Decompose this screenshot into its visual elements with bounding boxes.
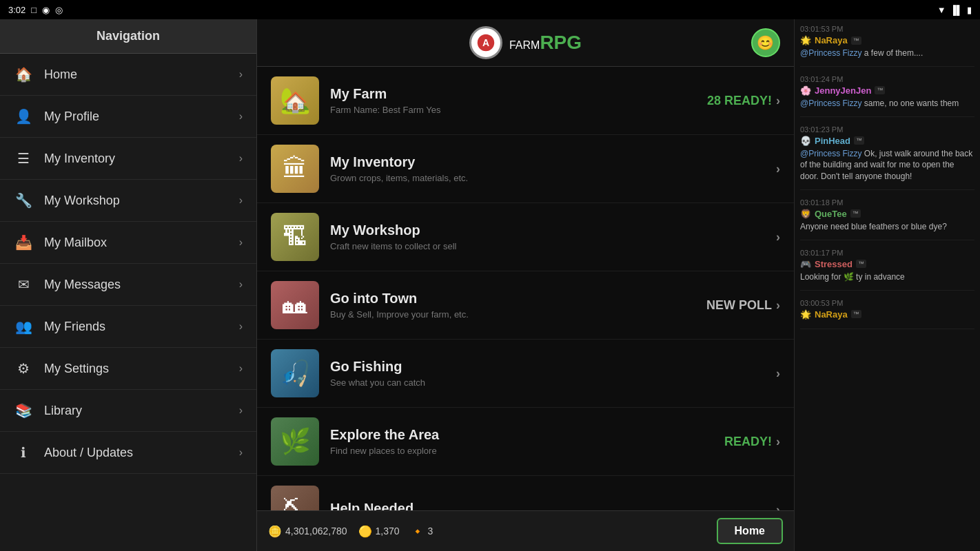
sidebar-icon-my-profile: 👤 — [14, 108, 33, 125]
chevron-icon: › — [239, 236, 243, 249]
chat-message: 03:00:53 PM 🌟 NaRaya ™ — [800, 299, 974, 329]
currency-value-tokens: 1,370 — [376, 526, 400, 537]
chevron-icon: › — [239, 110, 243, 123]
currency-icon-gems: 🔸 — [411, 525, 425, 538]
currency-gems: 🔸3 — [411, 525, 433, 538]
chat-username: JennyJenJen — [815, 85, 871, 96]
chat-user-icon: 🌟 — [800, 35, 811, 45]
logo-farm: FARM — [509, 39, 540, 51]
chat-username: NaRaya — [815, 35, 848, 45]
chat-message: 03:01:24 PM 🌸 JennyJenJen ™ @Princess Fi… — [800, 75, 974, 117]
chevron-icon: › — [239, 152, 243, 165]
sidebar-icon-library: 📚 — [14, 402, 33, 419]
menu-title-go-fishing: Go Fishing — [330, 359, 776, 375]
chat-username: NaRaya — [815, 309, 848, 320]
menu-item-my-farm[interactable]: 🏡 My Farm Farm Name: Best Farm Yes 28 RE… — [257, 67, 794, 135]
menu-subtitle-explore-the-area: Find new places to explore — [330, 446, 724, 456]
chat-user: 🌟 NaRaya ™ — [800, 309, 974, 320]
menu-subtitle-my-inventory: Grown crops, items, materials, etc. — [330, 173, 776, 183]
menu-content-help-needed: Help Needed — [330, 501, 776, 511]
chevron-icon: › — [776, 94, 780, 108]
chat-mention: @Princess Fizzy — [800, 98, 862, 108]
screenshot-icon: ◉ — [42, 5, 50, 15]
chat-timestamp: 03:01:17 PM — [800, 249, 974, 257]
sidebar-item-left: ☰ My Inventory — [14, 150, 115, 167]
sidebar-label-my-messages: My Messages — [44, 278, 121, 292]
chevron-icon: › — [776, 435, 780, 449]
action-ready: READY! — [724, 435, 772, 449]
content-area: A FARMRPG 😊 🏡 My Farm Farm Name: Best Fa… — [257, 19, 794, 551]
home-button[interactable]: Home — [717, 518, 783, 544]
svg-text:A: A — [482, 37, 489, 48]
wifi-icon: ▼ — [937, 5, 946, 15]
sidebar-label-my-friends: My Friends — [44, 320, 105, 334]
sidebar-title: Navigation — [96, 29, 160, 43]
logo-icon: A — [469, 26, 502, 59]
chat-username: PinHead — [815, 136, 850, 146]
menu-item-explore-the-area[interactable]: 🌿 Explore the Area Find new places to ex… — [257, 408, 794, 476]
sidebar-label-library: Library — [44, 404, 82, 418]
chat-text: Anyone need blue feathers or blue dye? — [800, 221, 974, 233]
action-poll: NEW POLL — [706, 298, 772, 313]
chevron-icon: › — [239, 404, 243, 417]
sidebar-item-my-profile[interactable]: 👤 My Profile › — [0, 96, 256, 138]
status-time: 3:02 — [8, 5, 25, 15]
menu-title-my-workshop: My Workshop — [330, 222, 776, 238]
main-layout: Navigation 🏠 Home › 👤 My Profile › ☰ My … — [0, 19, 980, 551]
menu-action-my-inventory: › — [776, 162, 780, 176]
sidebar-label-my-mailbox: My Mailbox — [44, 236, 107, 250]
chat-badge: ™ — [851, 310, 861, 318]
logo-rpg: RPG — [540, 32, 582, 53]
menu-item-help-needed[interactable]: ⛏ Help Needed › — [257, 476, 794, 510]
chat-mention: @Princess Fizzy — [800, 149, 862, 158]
sidebar-item-my-settings[interactable]: ⚙ My Settings › — [0, 348, 256, 390]
menu-list: 🏡 My Farm Farm Name: Best Farm Yes 28 RE… — [257, 67, 794, 510]
menu-subtitle-my-workshop: Craft new items to collect or sell — [330, 241, 776, 251]
sidebar-item-left: ℹ About / Updates — [14, 444, 133, 461]
content-scroll: 🏡 My Farm Farm Name: Best Farm Yes 28 RE… — [257, 67, 794, 510]
menu-item-my-workshop[interactable]: 🏗 My Workshop Craft new items to collect… — [257, 203, 794, 271]
currency-value-gold: 4,301,062,780 — [285, 526, 347, 537]
chat-badge: ™ — [850, 209, 861, 218]
sidebar-item-left: 🔧 My Workshop — [14, 192, 120, 209]
sidebar-item-home[interactable]: 🏠 Home › — [0, 54, 256, 96]
chat-user-icon: 🦁 — [800, 209, 811, 219]
chat-user-icon: 🌟 — [800, 309, 811, 320]
menu-icon-help-needed: ⛏ — [271, 486, 319, 510]
sidebar-item-library[interactable]: 📚 Library › — [0, 390, 256, 432]
chat-user-icon: 🌸 — [800, 85, 811, 96]
profile-avatar[interactable]: 😊 — [751, 28, 780, 57]
menu-content-explore-the-area: Explore the Area Find new places to expl… — [330, 427, 724, 456]
chat-message: 03:01:18 PM 🦁 QueTee ™ Anyone need blue … — [800, 198, 974, 240]
status-bar-right: ▼ ▐▌ ▮ — [937, 5, 972, 15]
sidebar-item-my-friends[interactable]: 👥 My Friends › — [0, 306, 256, 348]
sidebar: Navigation 🏠 Home › 👤 My Profile › ☰ My … — [0, 19, 257, 551]
chevron-icon: › — [776, 298, 780, 313]
menu-subtitle-my-farm: Farm Name: Best Farm Yes — [330, 105, 707, 115]
menu-title-my-inventory: My Inventory — [330, 154, 776, 170]
menu-icon-go-fishing: 🎣 — [271, 349, 319, 397]
sidebar-item-my-workshop[interactable]: 🔧 My Workshop › — [0, 180, 256, 222]
chat-user: 🌟 NaRaya ™ — [800, 35, 974, 45]
currency-gold: 🪙4,301,062,780 — [268, 525, 347, 538]
currencies: 🪙4,301,062,780🟡1,370🔸3 — [268, 525, 433, 538]
chat-mention: @Princess Fizzy — [800, 48, 862, 58]
menu-content-my-inventory: My Inventory Grown crops, items, materia… — [330, 154, 776, 183]
sidebar-item-my-messages[interactable]: ✉ My Messages › — [0, 264, 256, 306]
sidebar-item-about-updates[interactable]: ℹ About / Updates › — [0, 432, 256, 474]
sidebar-item-my-mailbox[interactable]: 📥 My Mailbox › — [0, 222, 256, 264]
sidebar-icon-my-messages: ✉ — [14, 276, 33, 293]
chat-user: 🎮 Stressed ™ — [800, 259, 974, 269]
menu-content-go-fishing: Go Fishing See what you can catch — [330, 359, 776, 388]
notification-icon: □ — [31, 5, 37, 15]
sidebar-item-left: 📥 My Mailbox — [14, 234, 107, 251]
currency-icon-gold: 🪙 — [268, 525, 282, 538]
chevron-icon: › — [776, 230, 780, 245]
sidebar-item-my-inventory[interactable]: ☰ My Inventory › — [0, 138, 256, 180]
menu-icon-explore-the-area: 🌿 — [271, 417, 319, 466]
chat-panel: 03:01:53 PM 🌟 NaRaya ™ @Princess Fizzy a… — [794, 19, 980, 551]
menu-item-go-into-town[interactable]: 🏘 Go into Town Buy & Sell, Improve your … — [257, 271, 794, 340]
menu-item-go-fishing[interactable]: 🎣 Go Fishing See what you can catch › — [257, 340, 794, 408]
menu-item-my-inventory[interactable]: 🏛 My Inventory Grown crops, items, mater… — [257, 135, 794, 203]
chat-badge: ™ — [851, 37, 861, 45]
